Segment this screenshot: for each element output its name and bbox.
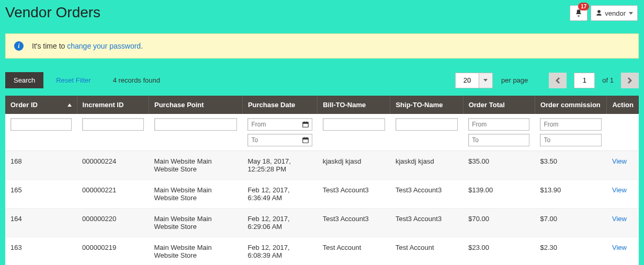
filter-commission-from[interactable] [540, 118, 602, 131]
filter-bill-to[interactable] [323, 118, 385, 131]
filter-ship-to[interactable] [396, 118, 458, 131]
filter-row [5, 114, 639, 151]
chevron-down-icon [629, 12, 633, 15]
cell-increment-id: 000000221 [77, 180, 149, 209]
cell-purchase-date: Feb 12, 2017, 6:08:39 AM [242, 237, 317, 266]
col-commission[interactable]: Order commission [535, 96, 607, 114]
svg-rect-5 [302, 138, 308, 140]
cell-bill-to: Test Account [318, 237, 390, 266]
cell-order-total: $139.00 [463, 180, 535, 209]
cell-bill-to: Test3 Account3 [318, 209, 390, 237]
cell-bill-to: Test3 Account3 [318, 180, 390, 209]
cell-purchase-date: Feb 12, 2017, 6:29:06 AM [242, 209, 317, 237]
col-action: Action [607, 96, 639, 114]
cell-order-total: $35.00 [463, 151, 535, 180]
user-menu-button[interactable]: vendor [591, 5, 638, 21]
view-link[interactable]: View [612, 244, 627, 251]
user-icon [595, 9, 603, 17]
info-icon: i [14, 41, 24, 51]
per-page-dropdown-button[interactable] [479, 73, 493, 88]
calendar-icon[interactable] [301, 120, 310, 129]
per-page-label: per page [501, 76, 528, 84]
cell-action: View [607, 180, 639, 209]
table-row: 163000000219Main Website Main Website St… [5, 237, 639, 266]
cell-order-total: $23.00 [463, 237, 535, 266]
col-purchase-point[interactable]: Purchase Point [149, 96, 243, 114]
cell-bill-to: kjaskdj kjasd [318, 151, 390, 180]
cell-ship-to: Test Account [390, 237, 463, 266]
cell-commission: $13.90 [535, 180, 607, 209]
cell-action: View [607, 237, 639, 266]
cell-purchase-date: May 18, 2017, 12:25:28 PM [242, 151, 317, 180]
page-title: Vendor Orders [5, 4, 100, 21]
cell-purchase-point: Main Website Main Website Store [149, 237, 243, 266]
svg-rect-2 [304, 121, 304, 123]
view-link[interactable]: View [612, 157, 627, 165]
cell-purchase-point: Main Website Main Website Store [149, 180, 243, 209]
svg-rect-1 [302, 122, 308, 124]
filter-order-id[interactable] [10, 118, 72, 131]
col-order-total[interactable]: Order Total [463, 96, 535, 114]
svg-rect-7 [306, 137, 307, 139]
col-purchase-date[interactable]: Purchase Date [242, 96, 317, 114]
cell-ship-to: kjaskdj kjasd [390, 151, 463, 180]
chevron-right-icon [628, 77, 632, 84]
filter-commission-to[interactable] [540, 134, 602, 146]
notice-banner: i It's time to change your password. [5, 33, 639, 59]
notification-badge: 17 [578, 3, 589, 10]
cell-increment-id: 000000224 [77, 151, 149, 180]
view-link[interactable]: View [612, 215, 627, 223]
of-pages-label: of 1 [602, 76, 614, 84]
view-link[interactable]: View [612, 186, 627, 194]
cell-increment-id: 000000220 [77, 209, 149, 237]
per-page-input[interactable] [455, 73, 479, 88]
prev-page-button[interactable] [549, 73, 567, 88]
user-name: vendor [605, 9, 626, 17]
sort-asc-icon [67, 103, 72, 107]
cell-order-id: 168 [5, 151, 77, 180]
cell-purchase-point: Main Website Main Website Store [149, 209, 243, 237]
filter-total-from[interactable] [468, 118, 529, 131]
chevron-down-icon [483, 79, 488, 82]
table-row: 168000000224Main Website Main Website St… [5, 151, 639, 180]
reset-filter-link[interactable]: Reset Filter [56, 76, 91, 84]
cell-action: View [607, 151, 639, 180]
cell-order-id: 163 [5, 237, 77, 266]
page-number-input[interactable] [574, 73, 595, 88]
cell-commission: $2.30 [535, 237, 607, 266]
col-bill-to[interactable]: Bill-TO-Name [318, 96, 390, 114]
filter-increment-id[interactable] [82, 118, 143, 131]
cell-action: View [607, 209, 639, 237]
notice-suffix: . [141, 42, 143, 50]
notifications-button[interactable]: 17 [570, 5, 587, 21]
filter-total-to[interactable] [468, 134, 529, 146]
cell-order-id: 164 [5, 209, 77, 237]
cell-commission: $3.50 [535, 151, 607, 180]
cell-order-id: 165 [5, 180, 77, 209]
cell-increment-id: 000000219 [77, 237, 149, 266]
table-row: 164000000220Main Website Main Website St… [5, 209, 639, 237]
col-ship-to[interactable]: Ship-TO-Name [390, 96, 463, 114]
search-button[interactable]: Search [5, 72, 43, 88]
notice-prefix: It's time to [32, 42, 67, 50]
table-row: 165000000221Main Website Main Website St… [5, 180, 639, 209]
col-increment-id[interactable]: Increment ID [77, 96, 149, 114]
col-order-id[interactable]: Order ID [5, 96, 77, 114]
chevron-left-icon [556, 77, 560, 84]
svg-rect-6 [304, 137, 304, 139]
next-page-button[interactable] [621, 73, 639, 88]
svg-rect-3 [306, 121, 307, 123]
change-password-link[interactable]: change your password [67, 42, 141, 50]
calendar-icon[interactable] [301, 135, 310, 145]
filter-purchase-point[interactable] [154, 118, 238, 131]
cell-ship-to: Test3 Account3 [390, 209, 463, 237]
cell-order-total: $70.00 [463, 209, 535, 237]
records-found-text: 4 records found [113, 76, 160, 84]
cell-purchase-point: Main Website Main Website Store [149, 151, 243, 180]
cell-purchase-date: Feb 12, 2017, 6:36:49 AM [242, 180, 317, 209]
cell-ship-to: Test3 Account3 [390, 180, 463, 209]
orders-table: Order ID Increment ID Purchase Point Pur… [5, 96, 639, 265]
cell-commission: $7.00 [535, 209, 607, 237]
